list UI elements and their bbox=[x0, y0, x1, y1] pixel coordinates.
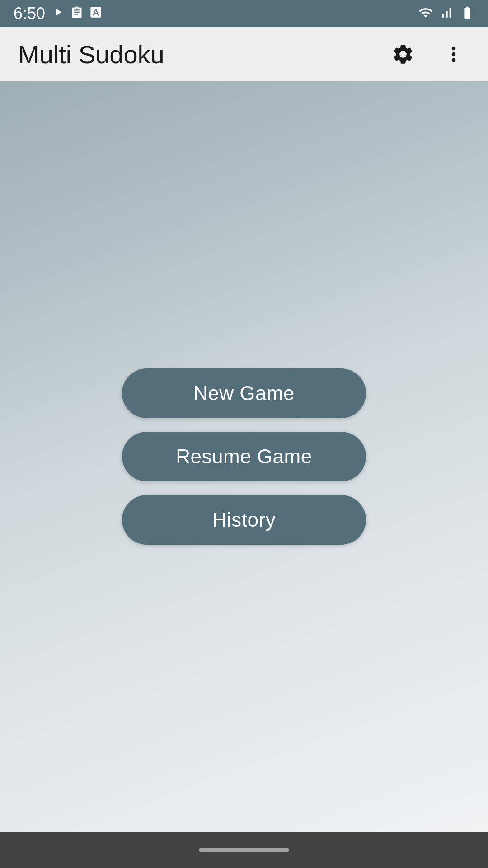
clipboard-icon bbox=[70, 6, 83, 22]
more-options-button[interactable] bbox=[437, 38, 470, 71]
status-time: 6:50 bbox=[14, 4, 45, 23]
home-indicator bbox=[199, 848, 289, 852]
wifi-icon bbox=[418, 5, 433, 22]
app-title: Multi Sudoku bbox=[18, 40, 164, 69]
app-bar: Multi Sudoku bbox=[0, 27, 488, 81]
battery-icon bbox=[460, 5, 474, 22]
font-icon bbox=[89, 6, 102, 22]
gear-icon bbox=[391, 42, 415, 66]
history-button[interactable]: History bbox=[122, 495, 366, 545]
more-options-icon bbox=[442, 42, 465, 66]
app-bar-icons bbox=[387, 38, 470, 71]
signal-icon bbox=[439, 5, 454, 22]
status-bar: 6:50 bbox=[0, 0, 488, 27]
bottom-bar bbox=[0, 832, 488, 868]
main-content: New Game Resume Game History bbox=[0, 81, 488, 832]
settings-button[interactable] bbox=[387, 38, 419, 71]
resume-game-button[interactable]: Resume Game bbox=[122, 432, 366, 481]
status-left: 6:50 bbox=[14, 4, 102, 23]
status-right bbox=[418, 5, 474, 22]
play-icon bbox=[52, 6, 64, 22]
new-game-button[interactable]: New Game bbox=[122, 368, 366, 418]
